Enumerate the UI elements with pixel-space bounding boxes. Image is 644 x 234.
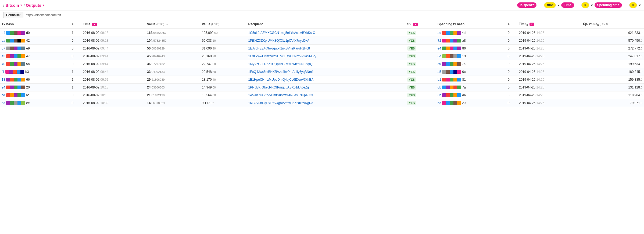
sp-hash-end: 13: [462, 54, 466, 58]
close-1[interactable]: ×: [557, 3, 560, 7]
permalink-button[interactable]: Permalink: [3, 12, 23, 18]
true-value-chip[interactable]: true: [544, 2, 556, 8]
recipient-cell[interactable]: 1C5uLfaAEMXCGCN1mg5eLYeAo1ABYkKsrC: [247, 29, 406, 37]
sp-hash-link[interactable]: 5c: [438, 101, 441, 105]
bitcoin-nav[interactable]: Bitcoin ▼: [5, 3, 23, 8]
recipient-link[interactable]: 1MyVzGLLRoZ1CQpzhH8v91bMffbuNFaqfQ: [248, 62, 313, 66]
tx-hash-link[interactable]: f1: [2, 70, 4, 74]
time-date: 2016-08-02: [83, 47, 99, 50]
sp-hash-link[interactable]: 0b: [438, 86, 441, 89]
tx-hash-link[interactable]: 40: [2, 62, 5, 66]
outputs-chevron: ▼: [42, 4, 45, 7]
col-num: #: [70, 20, 81, 29]
sp-hash-link[interactable]: 6b: [438, 93, 441, 97]
tx-hash-link[interactable]: b4: [2, 31, 5, 35]
time-date: 2016-08-02: [83, 86, 99, 89]
sp-val-main: 199,534: [628, 62, 640, 66]
btc-main: 29.: [147, 78, 152, 81]
spending-time-filter[interactable]: Spending time: [595, 2, 622, 8]
value-btc-cell: 33.04202133: [145, 68, 200, 76]
spending-hash-cell: 6d 13: [436, 52, 506, 60]
recipient-link[interactable]: 1C5uLfaAEMXCGCN1mg5eLYeAo1ABYkKsrC: [248, 31, 315, 35]
sp-hash-link[interactable]: b1: [438, 78, 441, 81]
sp-hash-link[interactable]: 6d: [438, 54, 441, 58]
recipient-cell[interactable]: 1EJ7oFEyJjg9wgqwXt2nxSVnsKaruH2Hc8: [247, 45, 406, 52]
spending-num: 0: [506, 37, 517, 45]
recipient-link[interactable]: 1FoQ4Jws6mBNKRVzc4hvPmAqiiy6yqBNm1: [248, 70, 314, 74]
outputs-label: Outputs: [26, 3, 41, 8]
sp-hash-link[interactable]: 72: [438, 39, 441, 42]
sp-val-dec: .0: [640, 94, 642, 97]
sp-hash-link[interactable]: c5: [438, 62, 441, 66]
tx-hash-cell: b4 d0: [0, 29, 70, 37]
output-num: 0: [70, 60, 81, 68]
sp-val-dec: .0: [640, 70, 642, 73]
value-usd-cell: 14,949.00: [200, 84, 247, 91]
value-usd-cell: 28,160.70: [200, 52, 247, 60]
recipient-cell[interactable]: 1Pi8xiZ3ZKpjUMK8QX3tv1pCVtX7nycDxA: [247, 37, 406, 45]
sp-time-date: 2019-04-25: [519, 78, 535, 81]
col-time: Time ▼: [81, 20, 146, 29]
spending-hash-cell: b1 81: [436, 76, 506, 84]
spending-time-cell: 2019-04-25 14:25: [517, 91, 582, 99]
sp-time-date: 2019-04-25: [519, 31, 535, 35]
btc-main: 50.: [147, 47, 152, 50]
time-filter-icon[interactable]: ▼: [92, 23, 97, 26]
recipient-cell[interactable]: 1MyVzGLLRoZ1CQpzhH8v91bMffbuNFaqfQ: [247, 60, 406, 68]
tx-hash-link[interactable]: 07: [2, 47, 5, 50]
spent-badge: YES: [407, 38, 416, 43]
time-value-chip[interactable]: ×: [581, 2, 589, 8]
tx-hash-cell: aa 42: [0, 37, 70, 45]
sp-hash-link[interactable]: ac: [438, 31, 441, 35]
close-2[interactable]: ×: [591, 3, 593, 7]
recipient-cell[interactable]: 16FGVurfDqD7RzV4goV2mw8qZ2dxgvRgRo: [247, 99, 406, 107]
sp-hash-link[interactable]: a5: [438, 70, 441, 74]
usd-dec: .50: [212, 70, 216, 73]
col-times: Times ▼: [517, 20, 582, 29]
times-filter-icon[interactable]: ▼: [529, 23, 534, 26]
recipient-cell[interactable]: 1E3Cc4wDrfmYA2SE7w1TWC3NmVPJaSMjVy: [247, 52, 406, 60]
sp-hash-end: 7a: [462, 86, 466, 89]
recipient-cell[interactable]: 1FoQ4Jws6mBNKRVzc4hvPmAqiiy6yqBNm1: [247, 68, 406, 76]
value-btc-cell: 104.57324352: [145, 37, 200, 45]
spent-cell: YES: [406, 84, 436, 91]
outputs-table: Tx hash # Time ▼ Value (BTC) ▼ Value (US…: [0, 20, 644, 107]
recipient-link[interactable]: 1E1HpeCHhfzMUpeDmQ4pjCy6fDeeV3khEA: [248, 78, 314, 81]
output-num: 0: [70, 45, 81, 52]
spending-num: 0: [506, 68, 517, 76]
recipient-cell[interactable]: 1E1HpeCHhfzMUpeDmQ4pjCy6fDeeV3khEA: [247, 76, 406, 84]
btc-main: 45.: [147, 54, 152, 58]
recipient-link[interactable]: 1PNpEKfGfj7cRRQfPmquuABXo1jtJtoeZq: [248, 86, 309, 89]
time-clock: 09:52: [100, 78, 108, 81]
col-sp-num: #: [506, 20, 517, 29]
value-btc-sort[interactable]: ▼: [166, 23, 168, 26]
sp-time-value-chip[interactable]: ×: [629, 2, 637, 8]
time-filter[interactable]: Time: [561, 2, 574, 8]
tx-hash-link[interactable]: e3: [2, 54, 5, 58]
recipient-link[interactable]: 1E3Cc4wDrfmYA2SE7w1TWC3NmVPJaSMjVy: [248, 54, 316, 58]
usd-main: 20,548: [202, 70, 212, 74]
outputs-nav[interactable]: Outputs ▼: [26, 3, 45, 8]
tx-hash-link[interactable]: cd: [2, 93, 5, 97]
recipient-link[interactable]: 1EJ7oFEyJjg9wgqwXt2nxSVnsKaruH2Hc8: [248, 47, 310, 50]
spent-filter-icon[interactable]: ▼: [413, 23, 418, 26]
output-num: 0: [70, 99, 81, 107]
sp-hash-link[interactable]: e4: [438, 47, 441, 50]
recipient-link[interactable]: 14t94n7UGQVvHmfSuNxfM4N8esLNKp4833: [248, 93, 313, 97]
tx-hash-link[interactable]: 13: [2, 78, 5, 81]
recipient-link[interactable]: 16FGVurfDqD7RzV4goV2mw8qZ2dxgvRgRo: [248, 101, 313, 105]
recipient-cell[interactable]: 1PNpEKfGfj7cRRQfPmquuABXo1jtJtoeZq: [247, 84, 406, 91]
tx-hash-link[interactable]: 94: [2, 86, 5, 89]
sp-val-dec: .0: [640, 31, 642, 34]
close-3[interactable]: ×: [639, 3, 641, 7]
sp-val-dec: .8: [640, 101, 642, 105]
recipient-cell[interactable]: 14t94n7UGQVvHmfSuNxfM4N8esLNKp4833: [247, 91, 406, 99]
usd-dec: .70: [212, 55, 216, 58]
tx-hash-link[interactable]: bd: [2, 101, 5, 105]
tx-hash-link[interactable]: aa: [2, 39, 5, 42]
sp-val-dec: .0: [640, 47, 642, 50]
is-spent-filter[interactable]: Is spent?: [517, 2, 537, 8]
tx-hash-end: e9: [26, 47, 30, 50]
recipient-link[interactable]: 1Pi8xiZ3ZKpjUMK8QX3tv1pCVtX7nycDxA: [248, 39, 309, 42]
tx-hash-cell: e3 47: [0, 52, 70, 60]
